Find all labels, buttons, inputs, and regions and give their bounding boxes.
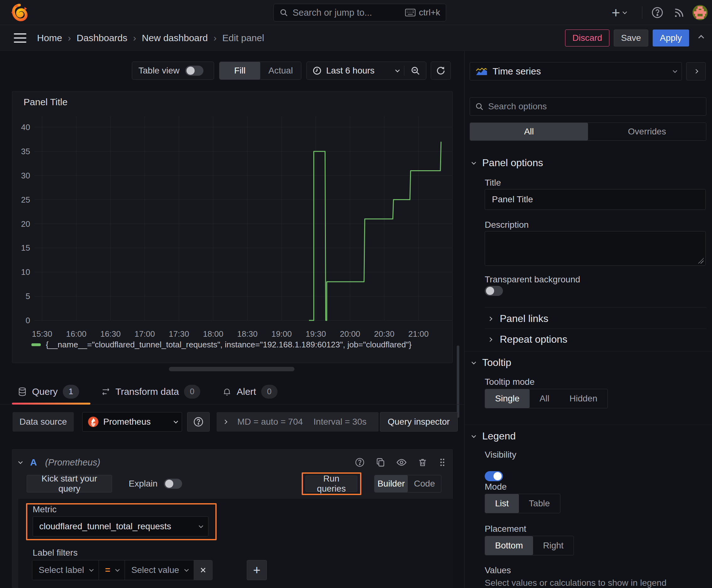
tab-transform[interactable]: Transform data 0 xyxy=(101,379,200,404)
panel-links-section-header[interactable]: Panel links xyxy=(489,313,548,324)
chevron-right-icon xyxy=(488,316,492,321)
datasource-picker[interactable]: Prometheus xyxy=(82,412,182,432)
breadcrumb-separator: › xyxy=(133,33,136,43)
description-textarea[interactable] xyxy=(485,231,706,266)
title-label: Title xyxy=(485,178,501,188)
kick-start-button[interactable]: Kick start your query xyxy=(27,475,112,492)
visualization-picker[interactable]: Time series xyxy=(470,62,682,80)
explain-toggle[interactable] xyxy=(164,479,182,489)
builder-code-switch: Builder Code xyxy=(374,475,441,492)
category-divider xyxy=(465,425,712,425)
global-search-input[interactable]: Search or jump to... ctrl+k xyxy=(274,4,446,21)
svg-text:35: 35 xyxy=(21,147,30,156)
alert-count-badge: 0 xyxy=(261,385,278,399)
legend-placement-bottom[interactable]: Bottom xyxy=(485,536,533,555)
tab-overrides[interactable]: Overrides xyxy=(588,123,706,141)
panel-actions: Discard Save Apply xyxy=(565,29,703,46)
metric-select[interactable]: cloudflared_tunnel_total_requests xyxy=(33,517,209,537)
chevron-down-icon xyxy=(199,524,203,528)
svg-text:16:00: 16:00 xyxy=(66,329,86,339)
repeat-options-section-header[interactable]: Repeat options xyxy=(489,334,567,345)
remove-filter-button[interactable] xyxy=(194,560,212,580)
svg-text:5: 5 xyxy=(26,292,30,301)
datasource-help-button[interactable] xyxy=(187,412,210,432)
zoom-out-button[interactable] xyxy=(404,66,426,76)
tooltip-mode-single[interactable]: Single xyxy=(485,389,530,408)
menu-toggle-icon[interactable] xyxy=(14,33,26,43)
label-filters-label: Label filters xyxy=(33,548,78,558)
breadcrumb-new-dashboard[interactable]: New dashboard xyxy=(142,33,208,43)
new-button[interactable]: + xyxy=(611,5,626,20)
save-button[interactable]: Save xyxy=(614,29,648,46)
news-icon[interactable] xyxy=(672,5,687,20)
top-bar: Search or jump to... ctrl+k + xyxy=(0,0,712,25)
chevron-down-icon xyxy=(115,567,120,572)
query-options-row[interactable]: MD = auto = 704 Interval = 30s xyxy=(217,412,379,432)
table-view-toggle[interactable] xyxy=(185,66,203,76)
panel-resize-handle[interactable] xyxy=(169,367,295,371)
panel-options-section-header[interactable]: Panel options xyxy=(472,157,543,169)
legend-section-header[interactable]: Legend xyxy=(472,430,516,442)
grafana-logo-icon[interactable] xyxy=(11,4,28,21)
description-label: Description xyxy=(485,220,528,230)
breadcrumb-home[interactable]: Home xyxy=(37,33,62,43)
table-view-control: Table view xyxy=(132,62,214,80)
search-icon xyxy=(475,102,484,111)
shortcut-hint: ctrl+k xyxy=(405,7,440,18)
prometheus-icon xyxy=(88,416,99,427)
breadcrumb-dashboards[interactable]: Dashboards xyxy=(77,33,127,43)
duplicate-icon[interactable] xyxy=(375,457,386,467)
legend-mode-list[interactable]: List xyxy=(485,494,519,513)
tab-all[interactable]: All xyxy=(470,123,588,141)
fill-option[interactable]: Fill xyxy=(219,62,260,80)
help-icon[interactable] xyxy=(355,457,365,467)
builder-option[interactable]: Builder xyxy=(374,475,408,492)
svg-text:15:30: 15:30 xyxy=(32,329,52,339)
legend-swatch xyxy=(31,343,41,346)
select-label-dropdown[interactable]: Select label xyxy=(33,560,99,580)
resize-grip-icon[interactable] xyxy=(698,258,704,264)
options-search-input[interactable]: Search options xyxy=(470,97,706,115)
discard-button[interactable]: Discard xyxy=(565,29,609,46)
help-button[interactable] xyxy=(650,5,665,20)
tooltip-mode-all[interactable]: All xyxy=(530,389,559,408)
legend-visibility-toggle[interactable] xyxy=(485,471,503,481)
explain-control: Explain xyxy=(129,475,182,492)
active-tab-underline xyxy=(12,403,90,404)
legend-placement-switch: Bottom Right xyxy=(485,536,574,555)
tab-query[interactable]: Query 1 xyxy=(18,379,79,404)
tooltip-mode-hidden[interactable]: Hidden xyxy=(559,389,607,408)
toggle-visibility-icon[interactable] xyxy=(396,457,407,468)
run-queries-button[interactable]: Run queries xyxy=(305,476,357,492)
collapse-query-icon[interactable] xyxy=(18,460,23,464)
chart-legend[interactable]: {__name__="cloudflared_tunnel_total_requ… xyxy=(31,340,412,350)
tab-query-label: Query xyxy=(32,386,58,397)
delete-icon[interactable] xyxy=(417,457,428,467)
svg-text:16:30: 16:30 xyxy=(100,329,121,339)
code-option[interactable]: Code xyxy=(408,475,441,492)
chevron-right-icon xyxy=(488,337,492,341)
query-row-header[interactable]: A (Prometheus) xyxy=(18,454,447,470)
user-avatar[interactable] xyxy=(693,5,708,20)
legend-mode-table[interactable]: Table xyxy=(519,494,560,513)
operator-dropdown[interactable]: = xyxy=(99,560,125,580)
tooltip-section-header[interactable]: Tooltip xyxy=(472,357,511,369)
transparent-background-toggle[interactable] xyxy=(485,286,503,296)
drag-handle-icon[interactable] xyxy=(438,457,447,467)
datasource-label: Data source xyxy=(13,412,74,432)
datasource-name: Prometheus xyxy=(103,417,169,427)
apply-button[interactable]: Apply xyxy=(653,29,689,46)
transform-icon xyxy=(101,387,110,396)
query-inspector-button[interactable]: Query inspector xyxy=(380,412,458,432)
time-range-button[interactable]: Last 6 hours xyxy=(307,66,404,76)
tab-alert[interactable]: Alert 0 xyxy=(222,379,278,404)
add-filter-button[interactable]: + xyxy=(247,560,267,580)
actual-option[interactable]: Actual xyxy=(260,62,301,80)
fill-actual-switch: Fill Actual xyxy=(219,62,301,80)
refresh-button[interactable] xyxy=(431,62,451,80)
collapse-header-icon[interactable] xyxy=(698,35,704,41)
select-value-dropdown[interactable]: Select value xyxy=(125,560,194,580)
panel-title-input[interactable]: Panel Title xyxy=(485,189,706,210)
toggle-viz-picker-button[interactable] xyxy=(686,62,706,80)
legend-placement-right[interactable]: Right xyxy=(533,536,574,555)
